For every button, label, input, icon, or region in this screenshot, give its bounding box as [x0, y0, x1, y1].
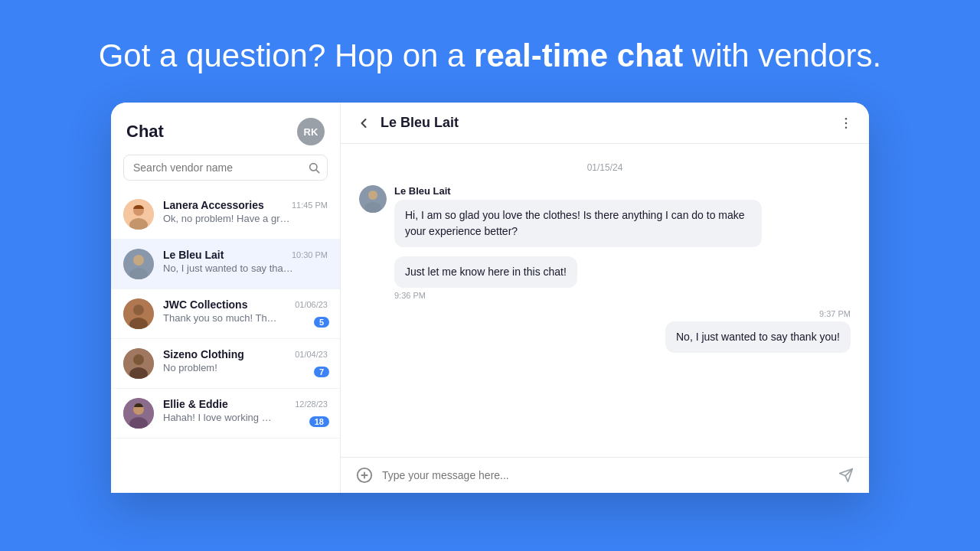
chat-list-panel: Chat RK [111, 103, 341, 493]
avatar [123, 348, 154, 379]
chat-item-body: Lanera Accessories 11:45 PM Ok, no probl… [163, 199, 328, 224]
message-avatar [359, 185, 387, 213]
chat-item-body: Le Bleu Lait 10:30 PM No, I just wanted … [163, 249, 328, 274]
message-bubble: Just let me know here in this chat! [394, 256, 577, 288]
message-content: Le Bleu Lait Hi, I am so glad you love t… [394, 185, 762, 247]
svg-point-9 [133, 305, 144, 315]
chat-item-name: Lanera Accessories [163, 199, 264, 211]
chat-input-bar [341, 457, 869, 493]
more-options-button[interactable] [838, 116, 854, 131]
svg-point-17 [845, 118, 848, 120]
chat-item[interactable]: Le Bleu Lait 10:30 PM No, I just wanted … [111, 240, 340, 289]
send-button[interactable] [838, 468, 854, 483]
chat-item-preview: Hahah! I love working with you Sasha! [163, 412, 278, 423]
message-row: Just let me know here in this chat! 9:36… [359, 256, 851, 300]
chat-item[interactable]: Lanera Accessories 11:45 PM Ok, no probl… [111, 190, 340, 240]
date-divider: 01/15/24 [359, 162, 851, 173]
avatar [123, 398, 154, 429]
message-bubble: No, I just wanted to say thank you! [665, 321, 851, 353]
attach-button[interactable] [356, 467, 373, 484]
message-content: 9:37 PM No, I just wanted to say thank y… [665, 309, 851, 353]
message-input[interactable] [382, 469, 829, 481]
chat-item-top: Ellie & Eddie 12/28/23 [163, 398, 328, 410]
chat-item-top: Le Bleu Lait 10:30 PM [163, 249, 328, 261]
chat-item-time: 01/04/23 [295, 350, 328, 359]
chat-panel-title: Chat [126, 122, 164, 142]
chat-item-top: JWC Collections 01/06/23 [163, 298, 328, 311]
message-bubble: Hi, I am so glad you love the clothes! I… [394, 200, 762, 247]
chat-item-time: 11:45 PM [292, 201, 328, 210]
svg-point-18 [845, 122, 848, 125]
message-row: 9:37 PM No, I just wanted to say thank y… [359, 309, 851, 353]
svg-point-12 [133, 354, 144, 365]
chat-item[interactable]: JWC Collections 01/06/23 Thank you so mu… [111, 289, 340, 339]
chat-item[interactable]: Ellie & Eddie 12/28/23 Hahah! I love wor… [111, 389, 340, 439]
search-icon-button[interactable] [308, 161, 320, 174]
chat-item-preview: Thank you so much! That was very helpful… [163, 312, 278, 324]
svg-point-21 [368, 191, 377, 200]
chat-item-top: Lanera Accessories 11:45 PM [163, 199, 328, 211]
chat-item-preview: No problem! [163, 362, 293, 373]
messages-area: 01/15/24 Le Bleu Lait Hi, I am so glad y… [341, 144, 869, 457]
chat-item-time: 12/28/23 [295, 399, 328, 409]
chat-item[interactable]: Sizeno Clothing 01/04/23 No problem! 7 [111, 339, 340, 389]
chat-item-body: Ellie & Eddie 12/28/23 Hahah! I love wor… [163, 398, 328, 423]
unread-badge: 5 [314, 317, 329, 328]
user-avatar: RK [297, 118, 325, 145]
message-content: Just let me know here in this chat! 9:36… [394, 256, 577, 300]
chat-main-header: Le Bleu Lait [341, 103, 869, 144]
chat-main-panel: Le Bleu Lait 01/15/24 Le B [341, 103, 869, 493]
chat-item-time: 10:30 PM [292, 250, 328, 259]
chat-item-name: Le Bleu Lait [163, 249, 224, 261]
chat-vendor-name: Le Bleu Lait [381, 115, 838, 131]
chat-item-name: Ellie & Eddie [163, 398, 228, 410]
svg-point-19 [845, 126, 848, 129]
chat-item-body: Sizeno Clothing 01/04/23 No problem! [163, 348, 328, 373]
avatar [123, 199, 154, 230]
chat-items-list: Lanera Accessories 11:45 PM Ok, no probl… [111, 190, 340, 493]
chat-item-time: 01/06/23 [295, 300, 328, 309]
chat-item-name: Sizeno Clothing [163, 348, 244, 360]
hero-title: Got a question? Hop on a real-time chat … [99, 37, 882, 75]
message-row: Le Bleu Lait Hi, I am so glad you love t… [359, 185, 851, 247]
message-sender: Le Bleu Lait [394, 185, 762, 197]
unread-badge: 18 [309, 416, 329, 427]
back-button[interactable] [356, 116, 371, 131]
search-bar [123, 155, 328, 181]
svg-point-6 [133, 255, 144, 266]
avatar [123, 298, 154, 329]
chat-list-header: Chat RK [111, 103, 340, 155]
chat-item-preview: No, I just wanted to say thank you! [163, 262, 293, 274]
svg-line-1 [316, 170, 319, 173]
app-window: Chat RK [111, 103, 869, 493]
message-time: 9:36 PM [394, 291, 577, 300]
search-input[interactable] [123, 155, 328, 181]
chat-item-body: JWC Collections 01/06/23 Thank you so mu… [163, 298, 328, 324]
avatar [123, 249, 154, 279]
chat-item-preview: Ok, no problem! Have a great day! [163, 213, 293, 224]
chat-item-name: JWC Collections [163, 298, 247, 311]
unread-badge: 7 [314, 367, 329, 377]
chat-item-top: Sizeno Clothing 01/04/23 [163, 348, 328, 360]
